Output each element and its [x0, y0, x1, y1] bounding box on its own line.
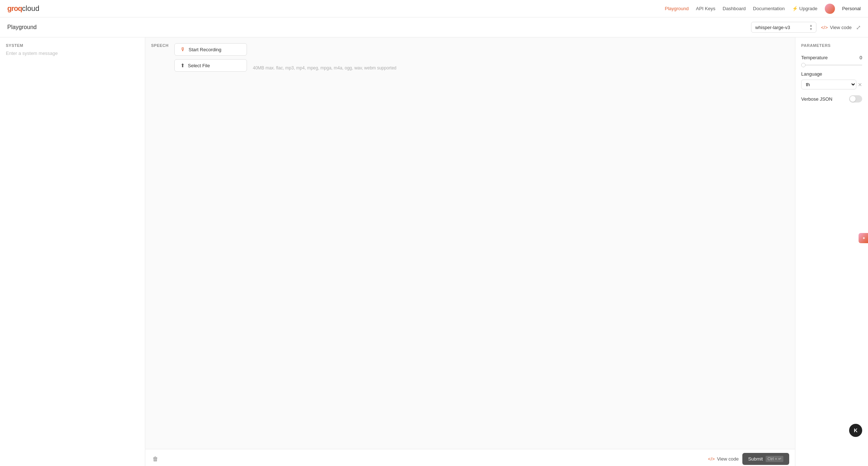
logo[interactable]: groqcloud: [7, 4, 39, 13]
select-file-label: Select File: [188, 63, 210, 68]
language-name: Language: [801, 71, 862, 77]
nav-links: Playground API Keys Dashboard Documentat…: [665, 4, 861, 14]
model-arrows: ▲▼: [810, 24, 813, 31]
view-code-button[interactable]: </> View code: [821, 25, 852, 30]
delete-button[interactable]: 🗑: [151, 454, 160, 464]
speech-controls: 🎙 Start Recording ⬆ Select File 40MB max…: [174, 43, 396, 75]
nav-personal[interactable]: Personal: [842, 6, 861, 11]
temperature-name: Temperature: [801, 55, 828, 60]
submit-button[interactable]: Submit Ctrl + ↵: [742, 453, 789, 465]
start-recording-label: Start Recording: [188, 47, 221, 52]
submit-shortcut: Ctrl + ↵: [766, 456, 783, 462]
expand-button[interactable]: ⤢: [856, 24, 861, 31]
right-panel: PARAMETERS Temperature 0 Language th en …: [795, 37, 868, 466]
code-icon-bottom: </>: [708, 456, 715, 462]
bottom-right: </> View code Submit Ctrl + ↵: [708, 453, 789, 465]
help-button[interactable]: K: [849, 424, 862, 437]
topnav: groqcloud Playground API Keys Dashboard …: [0, 0, 868, 17]
view-code-bottom-label: View code: [717, 456, 739, 462]
language-select-wrap: th en ja zh ko fr de es ✕: [801, 80, 862, 89]
code-icon: </>: [821, 25, 828, 30]
temperature-header: Temperature 0: [801, 55, 862, 60]
help-icon: K: [854, 427, 857, 433]
middle-panel: SPEECH 🎙 Start Recording ⬆ Select File 4…: [145, 37, 795, 466]
logo-cloud: cloud: [22, 4, 39, 13]
mic-icon: 🎙: [181, 47, 186, 52]
file-hint: 40MB max. flac, mp3, mp4, mpeg, mpga, m4…: [253, 65, 396, 71]
model-selector[interactable]: whisper-large-v3 ▲▼: [751, 22, 816, 33]
verbose-json-param: Verbose JSON: [801, 95, 862, 103]
temperature-slider-thumb[interactable]: [801, 63, 806, 67]
nav-playground[interactable]: Playground: [665, 6, 689, 11]
avatar[interactable]: [825, 4, 835, 14]
middle-bottom: 🗑 </> View code Submit Ctrl + ↵: [145, 449, 795, 466]
params-label: PARAMETERS: [801, 43, 862, 48]
start-recording-button[interactable]: 🎙 Start Recording: [174, 43, 247, 56]
temperature-param: Temperature 0: [801, 55, 862, 65]
main-layout: SYSTEM Enter a system message SPEECH 🎙 S…: [0, 37, 868, 466]
logo-groq: groq: [7, 4, 22, 13]
nav-dashboard[interactable]: Dashboard: [723, 6, 746, 11]
logo-area: groqcloud: [7, 4, 39, 13]
upload-icon: ⬆: [181, 63, 185, 68]
left-panel: SYSTEM Enter a system message: [0, 37, 145, 466]
page-title: Playground: [7, 24, 37, 31]
verbose-json-toggle[interactable]: [849, 95, 862, 103]
toggle-thumb: [850, 96, 856, 102]
language-select[interactable]: th en ja zh ko fr de es: [801, 80, 856, 89]
system-placeholder: Enter a system message: [6, 51, 139, 56]
temperature-value: 0: [860, 55, 862, 60]
select-file-button[interactable]: ⬆ Select File: [174, 59, 247, 72]
page-header-right: whisper-large-v3 ▲▼ </> View code ⤢: [751, 22, 861, 33]
bolt-icon: ⚡: [792, 6, 798, 11]
system-label: SYSTEM: [6, 43, 139, 48]
language-clear-button[interactable]: ✕: [858, 82, 862, 88]
verbose-json-label: Verbose JSON: [801, 96, 832, 102]
view-code-bottom-button[interactable]: </> View code: [708, 456, 739, 462]
nav-upgrade[interactable]: ⚡ Upgrade: [792, 6, 818, 11]
view-code-label: View code: [830, 25, 852, 30]
upgrade-label: Upgrade: [799, 6, 818, 11]
nav-api-keys[interactable]: API Keys: [696, 6, 715, 11]
model-name: whisper-large-v3: [755, 25, 790, 30]
language-param: Language th en ja zh ko fr de es ✕: [801, 71, 862, 89]
speech-label: SPEECH: [151, 43, 169, 48]
page-header: Playground whisper-large-v3 ▲▼ </> View …: [0, 17, 868, 37]
nav-documentation[interactable]: Documentation: [753, 6, 784, 11]
edge-button[interactable]: ✦: [859, 233, 868, 243]
temperature-slider-track[interactable]: [801, 65, 862, 65]
speech-area: SPEECH 🎙 Start Recording ⬆ Select File 4…: [145, 37, 795, 449]
edge-icon: ✦: [862, 236, 865, 241]
submit-label: Submit: [748, 456, 763, 462]
